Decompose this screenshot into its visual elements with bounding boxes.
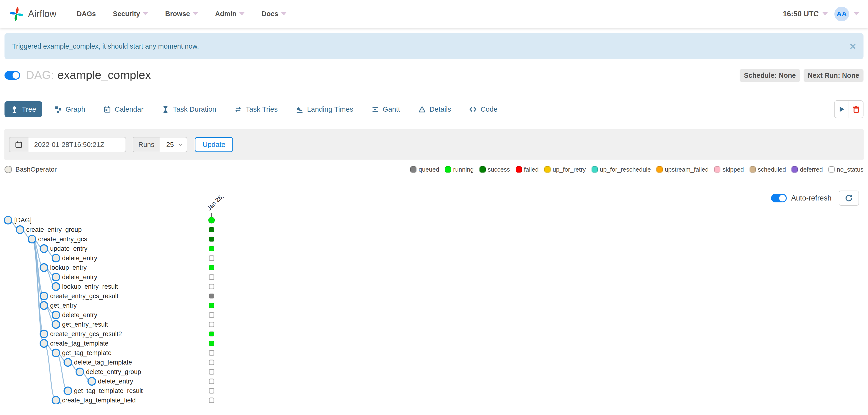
- tab-task-tries[interactable]: Task Tries: [228, 101, 284, 117]
- task-instance-square-no_status[interactable]: [209, 313, 214, 317]
- tab-graph[interactable]: Graph: [48, 101, 91, 117]
- tab-gantt[interactable]: Gantt: [365, 101, 406, 117]
- task-node-circle[interactable]: [52, 396, 60, 404]
- legend-status-deferred: deferred: [792, 166, 823, 173]
- task-node-circle[interactable]: [52, 273, 60, 281]
- task-instance-square-no_status[interactable]: [209, 398, 214, 403]
- task-label[interactable]: delete_entry: [62, 255, 97, 262]
- task-instance-square-running[interactable]: [209, 265, 214, 270]
- task-label[interactable]: create_tag_template: [50, 340, 108, 347]
- trigger-alert: Triggered example_complex, it should sta…: [4, 33, 864, 59]
- task-instance-square-no_status[interactable]: [209, 275, 214, 279]
- tab-code[interactable]: Code: [463, 101, 503, 117]
- task-label[interactable]: create_entry_group: [26, 226, 82, 233]
- legend-status-failed: failed: [516, 166, 539, 173]
- task-node-circle[interactable]: [52, 254, 60, 262]
- status-swatch: [656, 167, 662, 173]
- task-label[interactable]: update_entry: [50, 245, 88, 252]
- task-label[interactable]: delete_tag_template: [74, 359, 132, 366]
- task-instance-square-queued[interactable]: [209, 294, 214, 298]
- task-node-circle[interactable]: [52, 311, 60, 319]
- task-instance-square-no_status[interactable]: [209, 322, 214, 327]
- task-node-circle[interactable]: [40, 245, 48, 253]
- task-label[interactable]: create_entry_gcs: [38, 236, 87, 243]
- tab-tree[interactable]: Tree: [4, 101, 42, 117]
- task-instance-square-no_status[interactable]: [209, 388, 214, 393]
- tab-details[interactable]: Details: [412, 101, 457, 117]
- task-node-circle[interactable]: [4, 216, 12, 224]
- task-node-circle[interactable]: [40, 264, 48, 271]
- task-node-circle[interactable]: [88, 378, 96, 385]
- user-menu[interactable]: AA: [834, 7, 859, 21]
- trash-icon: [852, 105, 861, 114]
- task-instance-square-no_status[interactable]: [209, 360, 214, 365]
- tab-calendar[interactable]: Calendar: [97, 101, 150, 117]
- task-label[interactable]: delete_entry_group: [86, 368, 141, 376]
- airflow-brand[interactable]: Airflow: [9, 6, 56, 22]
- task-label[interactable]: lookup_entry: [50, 264, 87, 271]
- dag-pause-toggle[interactable]: [4, 71, 20, 80]
- run-column-date-label: Jan 28, 17:50: [206, 195, 237, 212]
- task-node-circle[interactable]: [64, 359, 72, 366]
- task-instance-square-running[interactable]: [209, 332, 214, 336]
- dag-run-status-circle[interactable]: [209, 217, 215, 224]
- nav-item-browse[interactable]: Browse: [165, 10, 198, 18]
- nav-item-admin[interactable]: Admin: [215, 10, 245, 18]
- refresh-button[interactable]: [839, 190, 859, 206]
- close-icon[interactable]: ×: [849, 41, 856, 52]
- legend-status-up_for_reschedule: up_for_reschedule: [592, 166, 651, 173]
- task-node-circle[interactable]: [52, 321, 60, 328]
- task-node-circle[interactable]: [52, 349, 60, 357]
- clock-menu[interactable]: 16:50 UTC: [783, 10, 828, 18]
- task-node-circle[interactable]: [40, 339, 48, 347]
- task-label[interactable]: create_entry_gcs_result: [50, 293, 119, 300]
- task-node-circle[interactable]: [40, 302, 48, 309]
- task-instance-square-success[interactable]: [209, 237, 214, 241]
- task-instance-square-no_status[interactable]: [209, 369, 214, 374]
- task-node-circle[interactable]: [40, 330, 48, 338]
- caret-down-icon: [854, 12, 859, 16]
- nav-item-dags[interactable]: DAGs: [77, 10, 96, 18]
- task-instance-square-no_status[interactable]: [209, 351, 214, 355]
- task-label[interactable]: delete_entry: [62, 273, 97, 280]
- clock-label: 16:50 UTC: [783, 10, 819, 18]
- task-node-circle[interactable]: [64, 387, 72, 395]
- chevron-down-icon: [178, 142, 183, 147]
- task-label[interactable]: get_tag_template: [62, 349, 112, 356]
- delete-dag-button[interactable]: [849, 100, 864, 118]
- task-node-circle[interactable]: [17, 226, 24, 233]
- dag-actions: [834, 100, 864, 118]
- nav-item-security[interactable]: Security: [113, 10, 148, 18]
- caret-down-icon: [193, 12, 198, 16]
- task-node-circle[interactable]: [40, 292, 48, 300]
- auto-refresh-toggle[interactable]: [771, 194, 787, 202]
- task-label[interactable]: get_tag_template_result: [74, 387, 143, 394]
- update-button[interactable]: Update: [195, 137, 234, 152]
- task-instance-square-no_status[interactable]: [209, 256, 214, 261]
- task-instance-square-success[interactable]: [209, 227, 214, 232]
- task-label[interactable]: delete_entry: [98, 378, 133, 385]
- task-label[interactable]: create_tag_template_field: [62, 397, 136, 404]
- task-instance-square-running[interactable]: [209, 303, 214, 308]
- task-label[interactable]: get_entry: [50, 302, 77, 309]
- task-node-circle[interactable]: [52, 283, 60, 290]
- base-date-input[interactable]: [28, 137, 126, 152]
- trigger-dag-button[interactable]: [834, 100, 849, 118]
- status-swatch: [792, 167, 798, 173]
- task-label[interactable]: get_entry_result: [62, 321, 108, 328]
- task-label[interactable]: [DAG]: [14, 217, 32, 224]
- task-node-circle[interactable]: [76, 368, 84, 376]
- task-instance-square-no_status[interactable]: [209, 284, 214, 289]
- task-instance-square-running[interactable]: [209, 341, 214, 346]
- tab-landing-times[interactable]: Landing Times: [290, 101, 359, 117]
- task-label[interactable]: create_entry_gcs_result2: [50, 330, 122, 337]
- task-label[interactable]: lookup_entry_result: [62, 283, 118, 290]
- task-label[interactable]: delete_entry: [62, 312, 97, 319]
- task-instance-square-no_status[interactable]: [209, 379, 214, 384]
- tab-task-duration[interactable]: Task Duration: [156, 101, 222, 117]
- nav-item-docs[interactable]: Docs: [261, 10, 286, 18]
- runs-select[interactable]: 25: [160, 137, 187, 152]
- task-node-circle[interactable]: [28, 235, 36, 243]
- status-swatch: [545, 167, 551, 173]
- task-instance-square-running[interactable]: [209, 246, 214, 251]
